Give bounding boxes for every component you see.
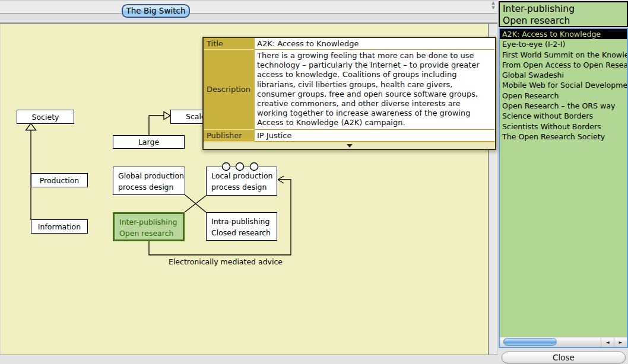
- results-sidebar: Inter-publishing Open research A2K: Acce…: [497, 0, 628, 364]
- node-label-line: process design: [211, 183, 267, 191]
- splitter-collapse-arrows[interactable]: ▲▼: [490, 1, 497, 10]
- node-label-line: Intra-publishing: [211, 217, 269, 226]
- tab-the-big-switch[interactable]: The Big Switch: [122, 4, 190, 18]
- list-item[interactable]: A2K: Access to Knowledge: [500, 29, 627, 39]
- node-information[interactable]: Information: [31, 219, 88, 234]
- list-item[interactable]: The Open Research Society: [500, 132, 627, 142]
- node-label-line: Global production: [118, 171, 184, 180]
- node-local-production[interactable]: Local production process design: [206, 167, 277, 196]
- list-item[interactable]: Science without Borders: [500, 111, 627, 121]
- tooltip-publisher-label: Publisher: [204, 130, 255, 142]
- node-label-line: Open research: [119, 229, 173, 238]
- tooltip-row-title: Title A2K: Access to Knowledge: [204, 38, 495, 50]
- edge-label-electronically-mediated-advice: Electronically mediated advice: [169, 257, 283, 266]
- list-item[interactable]: Global Swadeshi: [500, 70, 627, 80]
- node-detail-tooltip: Title A2K: Access to Knowledge Descripti…: [202, 37, 496, 150]
- list-item[interactable]: Scientists Without Borders: [500, 122, 627, 132]
- node-society[interactable]: Society: [17, 110, 74, 124]
- scrollbar-arrows: ◄ ►: [601, 337, 627, 347]
- list-item[interactable]: Open Research: [500, 91, 627, 101]
- tooltip-publisher-value: IP Justice: [255, 130, 495, 142]
- node-large[interactable]: Large: [113, 135, 185, 149]
- bottom-status-strip: [0, 355, 497, 364]
- tab-bar: The Big Switch ▲▼: [0, 0, 497, 24]
- tooltip-row-description: Description There is a growing feeling t…: [204, 50, 495, 130]
- tooltip-description-label: Description: [204, 50, 255, 130]
- scroll-right-icon[interactable]: ►: [614, 337, 627, 347]
- results-list-panel: A2K: Access to Knowledge Eye-to-eye (I-2…: [499, 28, 628, 348]
- node-production[interactable]: Production: [31, 173, 88, 187]
- tooltip-footer: [204, 142, 495, 149]
- sidebar-header-line: Open research: [503, 15, 570, 26]
- tooltip-title-value: A2K: Access to Knowledge: [255, 38, 495, 50]
- list-item[interactable]: Mobile Web for Social Development (M: [500, 80, 627, 90]
- scrollbar-thumb[interactable]: [503, 338, 557, 346]
- scroll-left-icon[interactable]: ◄: [601, 337, 614, 347]
- tooltip-description-value: There is a growing feeling that more can…: [255, 50, 495, 130]
- node-label-line: Inter-publishing: [119, 218, 177, 226]
- node-label-line: Local production: [211, 171, 273, 180]
- close-button-area: Close: [497, 348, 628, 364]
- list-item[interactable]: Eye-to-eye (I-2-I): [500, 39, 627, 49]
- chevron-down-icon[interactable]: [347, 144, 353, 148]
- list-item[interactable]: Open Research – the ORS way: [500, 101, 627, 111]
- tooltip-title-label: Title: [204, 38, 255, 50]
- sidebar-header: Inter-publishing Open research: [499, 1, 628, 27]
- results-list: A2K: Access to Knowledge Eye-to-eye (I-2…: [500, 29, 627, 337]
- node-global-production[interactable]: Global production process design: [113, 167, 185, 195]
- tab-strip: [0, 0, 497, 14]
- tooltip-row-publisher: Publisher IP Justice: [204, 130, 495, 142]
- node-label-line: process design: [118, 183, 173, 191]
- horizontal-scrollbar[interactable]: ◄ ►: [500, 337, 627, 347]
- app-window: The Big Switch ▲▼ Society Scale Large Pr…: [0, 0, 628, 364]
- node-label-line: Closed research: [211, 228, 271, 237]
- close-button[interactable]: Close: [502, 352, 626, 363]
- node-inter-publishing[interactable]: Inter-publishing Open research: [113, 212, 185, 241]
- list-item[interactable]: First World Summit on the Knowledge: [500, 50, 627, 60]
- sidebar-header-line: Inter-publishing: [503, 4, 575, 14]
- node-intra-publishing[interactable]: Intra-publishing Closed research: [206, 212, 277, 241]
- list-item[interactable]: From Open Access to Open Research: [500, 60, 627, 70]
